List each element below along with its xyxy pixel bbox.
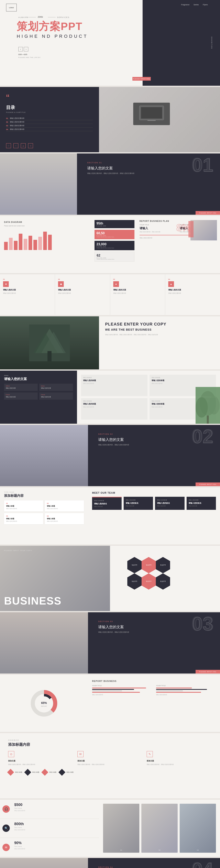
big03-content: 03 03 SECTION 03 请输入您的文案 请输入您的文案内容，请输入您的… [88,612,220,674]
line-7 [156,690,183,691]
donut-left: 65% REPORT [0,675,88,732]
type-card-title-4: 请输入标题 [47,518,82,520]
add-cell-text-1: 请输入您的文案内容，请输入您的文案内容 [8,764,73,766]
card-text-2: 请输入您的文案内容 [14,829,97,831]
type-big-title: 请输入您的文案 [4,377,73,381]
slide-cover: LOGO Fragrance Series Flyers ALWAYS 20NN… [0,0,220,86]
svg-point-11 [195,397,208,417]
big-num-stroke: 01 [192,156,213,174]
toc-icons: □ ○ △ ◇ [6,143,33,148]
col-title-3: 请输入您的文案 [113,288,162,291]
slide-report2: 65% REPORT REPORT BUSINESS YOUR TITLE 请输… [0,675,220,732]
stat-3: 23,000 PLEASE ADD Please add the text co… [95,241,135,250]
col-title-1: 请输入您的文案 [3,288,52,291]
bar-1 [9,238,13,250]
forest-image [0,316,99,369]
type-rc-label-3: 请输入您的标题 [83,400,145,402]
type-cell-label-4: Friends [41,394,71,395]
toc-icon-3[interactable]: △ [21,143,26,148]
hex-3: 专业字节 [156,557,170,573]
col-text-2: 请输入您的文案内容 [58,292,107,294]
col-icon-4: ▲ [168,281,174,287]
type-card-3: 03 请输入标题 请输入您的文案内容 [4,513,43,524]
business-right: 专业字节 专业字节 专业字节 专业字节 专业字节 专业字节 [110,546,220,611]
report2-col-2: YOUR TITLE 请输入您的文案内容 [156,685,216,696]
big01-content: 01 01 SECTION 01 请输入您的文案 请输入您的文案内容，请输入您的… [77,153,220,215]
nav-flyers[interactable]: Flyers [203,4,208,6]
type-your-left: TYPE YOUR 添加标题内容 01 请输入标题 请输入您的文案内容 02 请… [0,487,88,545]
report2-lines-2 [156,688,216,693]
add-cell-1: ⊙ 添加文案 请输入您的文案内容，请输入您的文案内容 [8,751,73,766]
card-icon-area-2: 🔍 [0,819,12,838]
report2-lines-1 [92,688,152,693]
report2-text-1: 请输入您的文案内容 [92,694,152,696]
col-icon-3: ● [113,281,119,287]
card-item-3: ✉ 90% Text here 请输入您的文案内容 [0,838,99,857]
report2-col1-title: YOUR TITLE [92,685,152,687]
report2-text-2: 请输入您的文案内容 [156,694,216,696]
svg-rect-1 [141,107,162,119]
toc-image [99,87,220,152]
slide-data: DATA DIAGRAM Please add the text content… [0,216,220,273]
type-card-title-3: 请输入标题 [6,518,41,520]
team-col-label-1: 请输入您的标题 [94,500,119,502]
cover-next-arrow[interactable]: › [24,47,28,52]
team-col-text-1: 请输入您的文案 [94,506,119,507]
type-right: 请输入您的标题 请输入您的标题 请输入您的文案内容 请输入您的标题 请输入您的标… [77,371,220,424]
diamond-text-3: 单机小标题 [49,771,57,773]
card-icon-area-1: 🎧 [0,800,12,818]
city-image-2 [0,425,88,486]
big03-image [0,612,88,674]
type-rc-text-2: 请输入您的文案内容 [152,383,214,384]
hexagon-area: 专业字节 专业字节 专业字节 专业字节 专业字节 专业字节 [115,551,215,592]
stat-desc-3: Please add the text content here [97,247,133,249]
add-title-grid: ⊙ 添加文案 请输入您的文案内容，请输入您的文案内容 ✉ 添加文案 请输入您的文… [8,751,212,766]
stat-desc-2: Please add the text content here [97,236,133,238]
card-value-2: 800th [14,822,97,826]
cover-progress: 80th—60th [18,54,27,56]
col-text-4: 请输入您的文案内容 [168,292,217,294]
type-card-num-4: 04 [47,515,82,517]
big01-image [0,153,77,215]
slide-big02: 02 02 SECTION 02 请输入您的文案 请输入您的文案内容，请输入您的… [0,425,220,486]
team-col-3: 请输入您的标题 请输入您的姓名 请输入您的文案 [155,497,185,510]
team-col-name-2: 请输入您的姓名 [126,502,151,504]
type-card-text-4: 请输入您的文案内容 [47,521,82,522]
toc-icon-4[interactable]: ◇ [28,143,33,148]
add-cell-title-1: 添加文案 [8,760,73,762]
col-4: 04 ▲ 请输入您的文案 请输入您的文案内容 [165,274,220,315]
toc-subtitle: PLEASE & SUBTITLE [6,112,93,113]
slide-big04: 04 04 SECTION 04 请输入您的文案 请输入您的文案内容，请输入您的… [0,858,220,868]
business-big-text: BUSINESS [4,595,62,607]
report2-cols: YOUR TITLE 请输入您的文案内容 YOUR TITLE 请输入您的文 [92,685,216,696]
toc-icon-2[interactable]: ○ [13,143,18,148]
type-cell-text-1: 请输入您的文案 [6,387,36,389]
diamond-shape-4 [59,769,65,776]
forest-content: PLEASE ENTER YOUR COPY WE ARE THE BEST B… [99,316,220,369]
bar-4 [24,239,27,250]
toc-icon-1[interactable]: □ [6,143,11,148]
slide-four-cols: 01 ★ 请输入您的文案 请输入您的文案内容 02 ◆ 请输入您的文案 请输入您… [0,274,220,315]
card-section: 🎧 $500 Text here 请输入您的文案内容 🔍 800th Text … [0,800,99,857]
diamond-shape-1 [7,769,14,776]
nav-fragrance[interactable]: Fragrance [181,4,189,6]
card-content-3: 90% Text here 请输入您的文案内容 [12,838,99,857]
type-label: always [4,375,73,376]
team-col-2: 请输入您的标题 请输入您的姓名 请输入您的文案 [124,497,153,510]
cover-prev-arrow[interactable]: ‹ [18,47,23,52]
slide-type-grid: always 请输入您的文案 adbhue 请输入您的文案 always 请输入… [0,371,220,424]
nav-series[interactable]: Series [193,4,199,6]
line-8 [156,692,201,693]
type-right-cell-3: 请输入您的标题 请输入您的标题 请输入您的文案内容 [81,398,147,420]
type-cell-text-2: 请输入您的文案 [41,387,71,389]
add-cell-title-2: 添加文案 [77,760,143,762]
type-cell-label-2: always [41,385,71,386]
report-col1-title: YOUR TITLE [140,224,177,226]
type-card-2: 02 请输入标题 请输入您的文案内容 [45,500,84,512]
data-title: DATA DIAGRAM [4,221,88,223]
toc-right-image [99,87,220,152]
diamond-text-4: 单机小标题 [66,771,74,773]
col-num-2: 02 [58,278,107,280]
img-3: 03 [180,804,216,853]
col-num-3: 03 [113,278,162,280]
